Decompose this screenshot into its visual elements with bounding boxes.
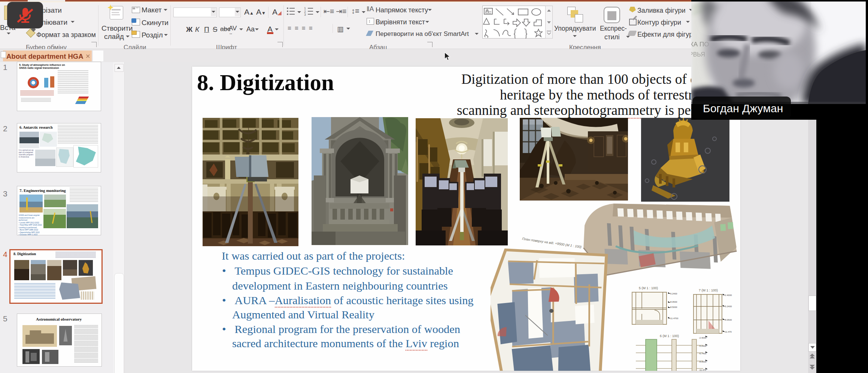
svg-text:3: 3 xyxy=(304,13,306,16)
svg-text:РВЬЯ: РВЬЯ xyxy=(691,51,705,58)
svg-text:-11.4700: -11.4700 xyxy=(670,317,679,320)
svg-text:-8.0500: -8.0500 xyxy=(670,301,677,303)
svg-text:-2.4000: -2.4000 xyxy=(724,294,732,296)
svg-text:-5.2400: -5.2400 xyxy=(670,293,677,295)
svg-text:5 (М 1 : 100): 5 (М 1 : 100) xyxy=(639,286,658,290)
svg-text:-5.2400: -5.2400 xyxy=(699,345,707,347)
svg-text:-5.2400: -5.2400 xyxy=(724,305,732,308)
svg-text:-8.0500: -8.0500 xyxy=(699,361,707,363)
svg-text:-11.470: -11.470 xyxy=(724,331,732,333)
svg-text:-2.4000: -2.4000 xyxy=(699,337,707,339)
svg-text:-8.5000: -8.5000 xyxy=(670,306,677,308)
svg-text:-8.0500: -8.0500 xyxy=(724,319,732,321)
svg-text:-11.470: -11.470 xyxy=(699,369,707,371)
svg-text:План поверху на від. +9500 (М: План поверху на від. +9500 (М 1 : 100) xyxy=(522,237,582,249)
svg-text:7 (М 1 : 100): 7 (М 1 : 100) xyxy=(699,288,718,292)
svg-text:-6.7400: -6.7400 xyxy=(699,352,707,355)
svg-text:6 (М 1 : 100): 6 (М 1 : 100) xyxy=(660,334,679,338)
